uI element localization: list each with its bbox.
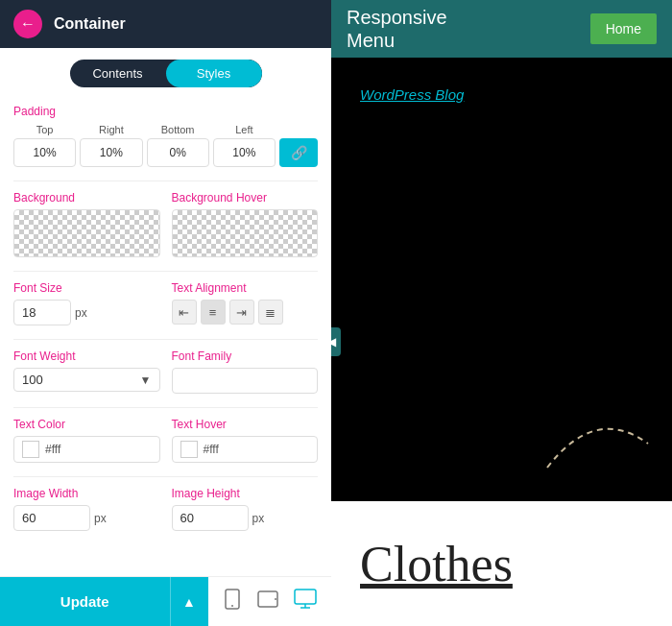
svg-point-3 bbox=[275, 598, 276, 600]
font-family-input[interactable] bbox=[172, 368, 319, 394]
image-width-field: Image Width px bbox=[13, 487, 160, 531]
padding-right-input[interactable] bbox=[80, 138, 142, 167]
font-family-label: Font Family bbox=[172, 349, 319, 363]
font-size-unit: px bbox=[75, 306, 87, 320]
text-color-label: Text Color bbox=[13, 418, 160, 431]
image-height-input[interactable] bbox=[172, 505, 249, 531]
panel-footer: Update ▲ bbox=[0, 576, 331, 626]
divider-5 bbox=[13, 476, 318, 477]
panel-title: Container bbox=[54, 15, 126, 33]
font-size-field: Font Size px bbox=[13, 281, 160, 325]
alignment-buttons: ⇤ ≡ ⇥ ≣ bbox=[172, 300, 319, 325]
text-hover-value: #fff bbox=[204, 443, 219, 456]
svg-rect-4 bbox=[295, 590, 316, 604]
clothes-section: Clothes bbox=[331, 501, 672, 626]
image-width-label: Image Width bbox=[13, 487, 160, 500]
divider-1 bbox=[13, 181, 318, 181]
tabs-container: Contents Styles bbox=[70, 60, 262, 87]
text-hover-picker[interactable]: #fff bbox=[172, 436, 319, 463]
align-justify-button[interactable]: ≣ bbox=[258, 300, 283, 325]
padding-left-input[interactable] bbox=[213, 138, 276, 167]
padding-grid: 🔗 bbox=[13, 138, 318, 167]
right-panel: ResponsiveMenu Home ◀ WordPress Blog Clo… bbox=[331, 0, 672, 626]
tablet-device-button[interactable] bbox=[257, 590, 278, 614]
font-size-label: Font Size bbox=[13, 281, 160, 295]
image-height-unit: px bbox=[252, 512, 265, 525]
update-button[interactable]: Update bbox=[0, 577, 170, 627]
text-color-swatch bbox=[22, 441, 39, 458]
text-hover-field: Text Hover #fff bbox=[172, 418, 319, 463]
divider-3 bbox=[13, 339, 318, 340]
imagedim-row: Image Width px Image Height px bbox=[13, 487, 318, 531]
background-hover-field: Background Hover bbox=[172, 191, 319, 257]
chevron-down-icon: ▼ bbox=[140, 373, 152, 387]
background-row: Background Background Hover bbox=[13, 191, 318, 257]
padding-label: Padding bbox=[13, 105, 318, 118]
image-width-unit: px bbox=[94, 512, 107, 525]
background-checker[interactable] bbox=[13, 209, 160, 257]
text-color-value: #fff bbox=[45, 443, 60, 456]
home-button[interactable]: Home bbox=[590, 13, 657, 44]
padding-bottom-header: Bottom bbox=[147, 124, 209, 135]
image-height-field: Image Height px bbox=[172, 487, 319, 531]
expand-button[interactable]: ▲ bbox=[170, 577, 208, 627]
align-right-button[interactable]: ⇥ bbox=[229, 300, 254, 325]
left-panel: ← Container Contents Styles Padding Top … bbox=[0, 0, 331, 626]
wordpress-blog-link[interactable]: WordPress Blog bbox=[360, 86, 464, 103]
textcolor-hover-row: Text Color #fff Text Hover #fff bbox=[13, 418, 318, 463]
background-field: Background bbox=[13, 191, 160, 257]
image-height-label: Image Height bbox=[172, 487, 319, 500]
back-button[interactable]: ← bbox=[13, 10, 42, 38]
link-padding-button[interactable]: 🔗 bbox=[279, 138, 318, 167]
fontweight-family-row: Font Weight ▼ Font Family bbox=[13, 349, 318, 394]
padding-left-header: Left bbox=[213, 124, 276, 135]
mobile-device-button[interactable] bbox=[223, 589, 242, 614]
padding-right-header: Right bbox=[80, 124, 142, 135]
divider-4 bbox=[13, 407, 318, 408]
preview-header: ResponsiveMenu Home bbox=[331, 0, 672, 58]
device-buttons bbox=[208, 577, 332, 627]
desktop-device-button[interactable] bbox=[294, 589, 317, 614]
text-color-picker[interactable]: #fff bbox=[13, 436, 160, 463]
svg-point-1 bbox=[231, 605, 233, 607]
dashed-arc-decoration bbox=[538, 415, 653, 472]
text-hover-swatch bbox=[180, 441, 198, 458]
font-weight-field: Font Weight ▼ bbox=[13, 349, 160, 394]
font-weight-input[interactable] bbox=[22, 373, 70, 387]
align-left-button[interactable]: ⇤ bbox=[172, 300, 197, 325]
padding-top-input[interactable] bbox=[13, 138, 76, 167]
text-color-field: Text Color #fff bbox=[13, 418, 160, 463]
padding-headers: Top Right Bottom Left bbox=[13, 124, 318, 135]
background-hover-checker[interactable] bbox=[172, 209, 319, 257]
align-center-button[interactable]: ≡ bbox=[201, 300, 226, 325]
padding-top-header: Top bbox=[13, 124, 76, 135]
font-family-field: Font Family bbox=[172, 349, 319, 394]
divider-2 bbox=[13, 271, 318, 272]
clothes-text: Clothes bbox=[360, 536, 513, 592]
font-weight-label: Font Weight bbox=[13, 349, 160, 363]
panel-body: Padding Top Right Bottom Left 🔗 Backgrou… bbox=[0, 95, 331, 576]
text-hover-label: Text Hover bbox=[172, 418, 319, 431]
panel-header: ← Container bbox=[0, 0, 331, 48]
tab-contents[interactable]: Contents bbox=[70, 60, 166, 87]
fontsize-align-row: Font Size px Text Alignment ⇤ ≡ ⇥ ≣ bbox=[13, 281, 318, 325]
text-alignment-field: Text Alignment ⇤ ≡ ⇥ ≣ bbox=[172, 281, 319, 325]
background-label: Background bbox=[13, 191, 160, 205]
font-size-input[interactable] bbox=[13, 300, 71, 325]
tabs-row: Contents Styles bbox=[0, 48, 331, 95]
text-alignment-label: Text Alignment bbox=[172, 281, 319, 295]
background-hover-label: Background Hover bbox=[172, 191, 319, 205]
preview-body: ◀ WordPress Blog Clothes bbox=[331, 58, 672, 626]
image-width-input[interactable] bbox=[13, 505, 90, 531]
preview-title: ResponsiveMenu bbox=[347, 6, 447, 52]
collapse-panel-button[interactable]: ◀ bbox=[331, 327, 341, 356]
padding-bottom-input[interactable] bbox=[147, 138, 209, 167]
tab-styles[interactable]: Styles bbox=[166, 60, 262, 87]
